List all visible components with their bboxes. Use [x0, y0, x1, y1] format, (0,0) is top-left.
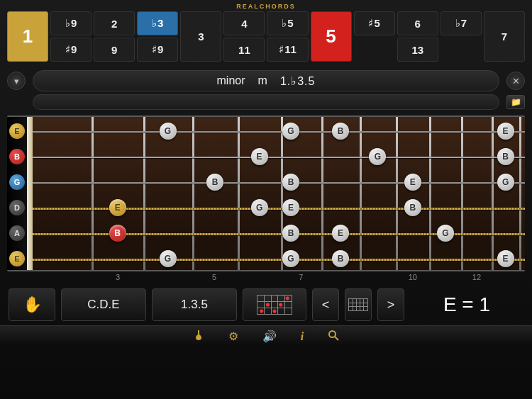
interval-cell[interactable]: 9 — [50, 11, 92, 35]
fret — [519, 117, 521, 270]
fret-number: 10 — [409, 273, 417, 281]
fretboard-note[interactable]: B — [206, 174, 223, 191]
interval-cell — [354, 38, 395, 62]
bottom-toolbar: ✋ C.D.E 1.3.5 < > E = 1 — [0, 284, 532, 325]
fretboard-note[interactable]: B — [332, 123, 349, 140]
fret — [92, 117, 94, 270]
fret — [321, 117, 323, 270]
fret — [492, 117, 494, 270]
string — [33, 182, 525, 184]
fretboard-note[interactable]: G — [369, 148, 386, 165]
fretboard-note[interactable]: E — [282, 199, 299, 216]
guitar-icon[interactable] — [193, 330, 204, 344]
fretboard-note[interactable]: G — [437, 225, 454, 242]
fret-number: 7 — [299, 273, 303, 281]
hand-button[interactable]: ✋ — [9, 288, 55, 321]
fret-number-row: 357101215 — [0, 271, 532, 284]
interval-grid: 199293934115115561377 — [0, 11, 532, 67]
fretboard-note[interactable]: G — [160, 250, 177, 267]
open-string-note[interactable]: G — [9, 174, 25, 190]
fret — [396, 117, 398, 270]
chord-formula: 1.♭3.5 — [280, 74, 316, 88]
root-equation: E = 1 — [410, 293, 523, 316]
fretboard-note[interactable]: G — [497, 174, 514, 191]
preset-slot[interactable] — [33, 94, 499, 110]
string — [33, 131, 525, 133]
fretboard-note[interactable]: B — [497, 148, 514, 165]
open-string-note[interactable]: A — [9, 225, 25, 241]
fretboard[interactable]: EBGDAEGBEGEGBBEGBEGBEBEGBGBEG — [7, 116, 525, 271]
interval-cell[interactable]: 5 — [354, 11, 395, 35]
fretboard-note[interactable]: E — [497, 250, 514, 267]
folder-button[interactable]: 📁 — [506, 95, 525, 109]
svg-point-0 — [329, 331, 336, 337]
chord-display[interactable]: minor m 1.♭3.5 — [33, 70, 499, 91]
interval-cell[interactable]: 3 — [180, 11, 221, 62]
interval-cell[interactable]: 2 — [94, 11, 135, 35]
fretboard-note[interactable]: G — [282, 123, 299, 140]
fret-number: 3 — [116, 273, 120, 281]
degree-names-button[interactable]: 1.3.5 — [152, 288, 237, 321]
interval-cell[interactable]: 13 — [397, 38, 438, 62]
fretboard-note[interactable]: E — [251, 148, 268, 165]
interval-cell[interactable]: 9 — [50, 38, 92, 62]
fret — [192, 117, 194, 270]
dropdown-arrow-button[interactable]: ▾ — [7, 72, 26, 90]
interval-cell[interactable]: 11 — [223, 38, 265, 62]
interval-cell[interactable]: 11 — [267, 38, 308, 62]
fretboard-note[interactable]: G — [160, 123, 177, 140]
grid-icon — [348, 298, 368, 311]
fret — [281, 117, 283, 270]
fretboard-note[interactable]: G — [282, 250, 299, 267]
gear-icon[interactable]: ⚙ — [228, 330, 238, 343]
fretboard-note[interactable]: B — [282, 225, 299, 242]
note-names-button[interactable]: C.D.E — [61, 288, 146, 321]
interval-cell[interactable]: 6 — [397, 11, 438, 35]
chord-chart-button[interactable] — [243, 288, 306, 321]
fret-number: 12 — [472, 273, 481, 281]
preset-bar: 📁 — [0, 93, 532, 116]
arrow-down-icon: ▾ — [14, 76, 19, 86]
fretboard-note[interactable]: G — [251, 199, 268, 216]
fret — [429, 117, 431, 270]
interval-cell[interactable]: 7 — [440, 11, 482, 35]
fretboard-note[interactable]: E — [332, 225, 349, 242]
chord-symbol: m — [258, 74, 267, 87]
search-icon[interactable] — [328, 330, 339, 344]
open-string-column — [7, 117, 27, 270]
fret — [143, 117, 145, 270]
interval-cell[interactable]: 7 — [484, 11, 525, 62]
info-icon[interactable]: i — [301, 330, 304, 343]
voicing-grid-button[interactable] — [345, 288, 372, 321]
open-string-note[interactable]: E — [9, 251, 25, 266]
clear-chord-button[interactable]: ✕ — [506, 72, 525, 90]
fretboard-note[interactable]: B — [109, 225, 126, 242]
interval-cell[interactable]: 5 — [267, 11, 308, 35]
string — [33, 208, 525, 210]
speaker-icon[interactable]: 🔊 — [262, 330, 277, 343]
close-icon: ✕ — [512, 76, 520, 86]
fretboard-note[interactable]: E — [109, 199, 126, 216]
string — [33, 259, 525, 261]
fretboard-note[interactable]: B — [404, 199, 421, 216]
interval-cell[interactable]: 9 — [94, 38, 135, 62]
fretboard-note[interactable]: E — [497, 123, 514, 140]
fretboard-note[interactable]: B — [332, 250, 349, 267]
interval-cell[interactable]: 4 — [223, 11, 265, 35]
interval-cell[interactable]: 1 — [7, 11, 48, 62]
open-string-note[interactable]: E — [9, 123, 25, 139]
prev-voicing-button[interactable]: < — [312, 288, 339, 321]
fretboard-note[interactable]: E — [404, 174, 421, 191]
interval-cell[interactable]: 5 — [311, 11, 352, 62]
interval-cell[interactable]: 3 — [137, 11, 178, 35]
chord-chart-icon — [257, 295, 292, 315]
open-string-note[interactable]: D — [9, 200, 25, 215]
next-voicing-button[interactable]: > — [377, 288, 404, 321]
open-string-note[interactable]: B — [9, 149, 25, 164]
chord-info-bar: ▾ minor m 1.♭3.5 ✕ — [0, 67, 532, 93]
interval-cell[interactable]: 9 — [137, 38, 178, 62]
interval-cell — [440, 38, 482, 62]
footer-toolbar: ⚙ 🔊 i — [0, 325, 532, 347]
string — [33, 157, 525, 158]
fretboard-note[interactable]: B — [282, 174, 299, 191]
